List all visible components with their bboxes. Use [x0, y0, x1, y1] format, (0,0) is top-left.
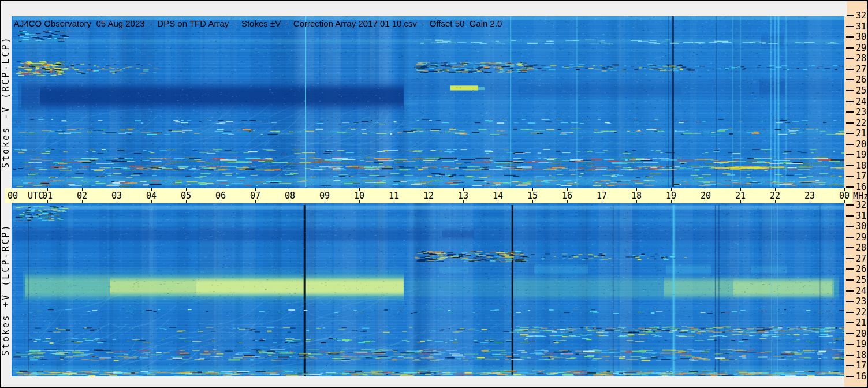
freq-tick-top — [846, 154, 854, 155]
title-bar: AJ4CO Observatory 05 Aug 2023 - DPS on T… — [1, 1, 847, 16]
freq-tick-top — [846, 69, 854, 70]
freq-tick-label-bottom: 31 — [856, 211, 866, 221]
time-tick-label: 00 — [8, 191, 18, 200]
freq-tick-label-top: 23 — [856, 107, 866, 117]
freq-tick-bottom — [846, 279, 854, 281]
time-tick-label: 09 — [319, 191, 330, 200]
freq-tick-top — [846, 111, 854, 113]
freq-tick-label-top: 29 — [856, 43, 866, 53]
freq-tick-bottom — [846, 344, 854, 345]
freq-tick-label-top: 27 — [856, 64, 866, 74]
freq-tick-label-bottom: 18 — [856, 350, 866, 360]
freq-tick-bottom — [846, 258, 854, 259]
freq-tick-label-bottom: 24 — [856, 286, 866, 296]
freq-tick-label-bottom: 23 — [856, 296, 866, 307]
time-tick-label: 02 — [77, 191, 87, 200]
time-tick-label: 14 — [493, 191, 503, 200]
freq-tick-label-top: 26 — [856, 74, 866, 85]
freq-tick-bottom — [846, 247, 854, 248]
utc-label: UTC — [28, 191, 43, 200]
time-tick-label: 21 — [735, 191, 746, 200]
freq-tick-top — [846, 15, 854, 16]
freq-tick-label-top: 21 — [856, 128, 866, 139]
freq-tick-label-bottom: 26 — [856, 264, 866, 274]
bottom-panel-ylabel: Stokes +V (LCP-RCP) — [1, 203, 11, 376]
freq-tick-bottom — [846, 226, 854, 227]
time-tick-label: 15 — [527, 191, 538, 200]
time-tick-label: 13 — [458, 191, 468, 200]
time-tick-label: 01 — [42, 191, 53, 200]
freq-tick-bottom — [846, 322, 854, 323]
time-tick-label: 20 — [701, 191, 711, 200]
freq-tick-label-bottom: 22 — [856, 307, 866, 318]
time-tick-label: 11 — [389, 191, 399, 200]
page-title: AJ4CO Observatory 05 Aug 2023 - DPS on T… — [14, 18, 502, 28]
freq-tick-top — [846, 144, 854, 145]
time-tick-label: 18 — [631, 191, 642, 200]
time-tick-label: 22 — [770, 191, 780, 200]
freq-tick-label-top: 32 — [856, 10, 866, 21]
freq-tick-label-bottom: 21 — [856, 318, 866, 328]
freq-tick-label-bottom: 27 — [856, 253, 866, 264]
freq-tick-label-bottom: 19 — [856, 339, 866, 349]
freq-tick-label-top: 25 — [856, 85, 866, 96]
freq-tick-top — [846, 122, 854, 124]
time-tick-label: 19 — [666, 191, 676, 200]
freq-tick-top — [846, 36, 854, 38]
freq-tick-bottom — [846, 376, 854, 377]
spectrogram-stokes-plus-v — [12, 203, 844, 376]
time-tick-label: 07 — [250, 191, 260, 200]
freq-tick-top — [846, 101, 854, 102]
time-tick-label: 08 — [285, 191, 295, 200]
time-tick-label: 17 — [597, 191, 607, 200]
freq-tick-bottom — [846, 290, 854, 292]
time-tick-label: 05 — [181, 191, 191, 200]
freq-tick-label-top: 20 — [856, 139, 866, 150]
time-tick-label: 03 — [111, 191, 122, 200]
freq-tick-bottom — [846, 355, 854, 356]
freq-tick-label-top: 31 — [856, 21, 866, 32]
freq-tick-label-bottom: 29 — [856, 232, 866, 242]
freq-tick-label-bottom: 25 — [856, 275, 866, 285]
freq-tick-label-top: 16 — [856, 182, 866, 192]
freq-tick-label-bottom: 30 — [856, 221, 866, 232]
freq-tick-label-top: 24 — [856, 96, 866, 107]
freq-tick-top — [846, 176, 854, 177]
freq-tick-label-bottom: 28 — [856, 242, 866, 253]
time-tick-label: 06 — [215, 191, 226, 200]
time-tick-label: 12 — [423, 191, 434, 200]
time-tick-label: 10 — [354, 191, 364, 200]
freq-tick-top — [846, 133, 854, 134]
freq-tick-bottom — [846, 268, 854, 270]
freq-tick-label-bottom: 17 — [856, 360, 866, 371]
freq-tick-label-bottom: 16 — [856, 371, 866, 382]
freq-tick-bottom — [846, 312, 854, 313]
top-panel-ylabel: Stokes -V (RCP-LCP) — [1, 16, 11, 188]
spectrogram-stokes-minus-v — [12, 16, 844, 188]
freq-tick-top — [846, 79, 854, 80]
freq-tick-label-top: 18 — [856, 161, 866, 171]
time-tick-label: 23 — [804, 191, 815, 200]
freq-tick-top — [846, 165, 854, 166]
time-tick-label: 16 — [562, 191, 572, 200]
freq-tick-label-top: 28 — [856, 53, 866, 64]
freq-tick-label-bottom: 20 — [856, 329, 866, 339]
freq-tick-label-top: 19 — [856, 150, 866, 160]
freq-tick-label-top: 30 — [856, 32, 866, 42]
freq-tick-label-top: 22 — [856, 118, 866, 128]
freq-tick-top — [846, 26, 854, 27]
freq-tick-top — [846, 186, 854, 188]
freq-tick-bottom — [846, 333, 854, 334]
freq-tick-top — [846, 47, 854, 48]
freq-tick-label-top: 17 — [856, 171, 866, 181]
freq-tick-top — [846, 90, 854, 91]
freq-tick-bottom — [846, 215, 854, 217]
freq-tick-label-bottom: 32 — [856, 200, 866, 210]
freq-tick-top — [846, 58, 854, 59]
time-tick-label: 04 — [146, 191, 157, 200]
time-tick-label: 00 — [839, 191, 850, 200]
freq-tick-bottom — [846, 237, 854, 238]
freq-tick-bottom — [846, 365, 854, 366]
time-axis: UTC 000102030405060708091011121314151617… — [5, 188, 852, 203]
freq-tick-bottom — [846, 301, 854, 302]
